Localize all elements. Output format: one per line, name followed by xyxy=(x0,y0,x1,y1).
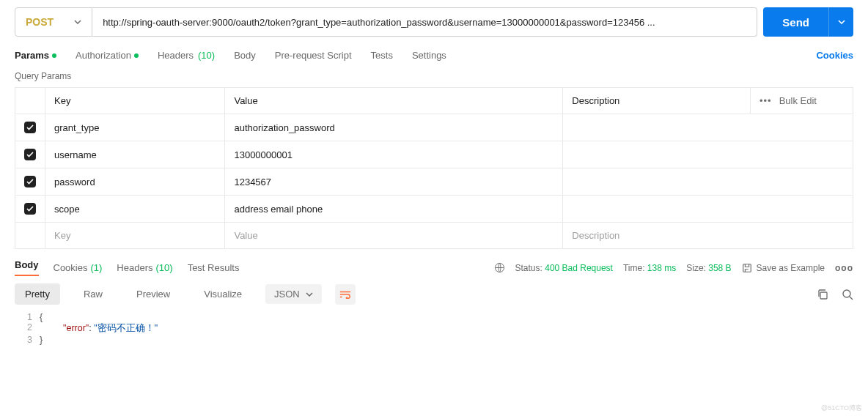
tab-headers[interactable]: Headers(10) xyxy=(158,50,215,61)
resp-tab-body[interactable]: Body xyxy=(15,259,39,276)
view-raw[interactable]: Raw xyxy=(73,283,113,305)
table-row: username 13000000001 xyxy=(15,141,853,168)
response-body[interactable]: 1{ 2"error": "密码不正确！" 3} xyxy=(15,312,853,345)
svg-rect-1 xyxy=(743,264,751,272)
param-desc[interactable] xyxy=(563,168,853,196)
col-desc: Description xyxy=(563,88,751,114)
format-select[interactable]: JSON xyxy=(265,284,322,304)
params-dot-icon xyxy=(52,53,56,58)
table-row: scope address email phone xyxy=(15,196,853,223)
search-icon[interactable] xyxy=(842,289,853,300)
auth-dot-icon xyxy=(134,53,139,58)
param-key-placeholder[interactable]: Key xyxy=(45,223,225,249)
send-button[interactable]: Send xyxy=(763,7,828,37)
col-key: Key xyxy=(45,88,225,114)
view-pretty[interactable]: Pretty xyxy=(15,283,60,305)
more-icon[interactable]: ••• xyxy=(760,95,772,106)
time-label: Time: 138 ms xyxy=(623,263,676,273)
view-preview[interactable]: Preview xyxy=(126,283,180,305)
method-select[interactable]: POST xyxy=(15,7,92,37)
method-label: POST xyxy=(26,16,54,28)
status-label: Status: 400 Bad Request xyxy=(515,263,613,273)
tab-settings[interactable]: Settings xyxy=(412,50,446,61)
param-value[interactable]: 13000000001 xyxy=(225,141,563,168)
svg-point-3 xyxy=(843,290,850,297)
param-value[interactable]: 1234567 xyxy=(225,168,563,196)
send-dropdown[interactable] xyxy=(828,7,853,37)
row-checkbox[interactable] xyxy=(24,122,36,133)
tab-tests[interactable]: Tests xyxy=(371,50,393,61)
watermark: @51CTO博客 xyxy=(821,404,862,413)
save-icon xyxy=(742,263,752,273)
table-row-empty: Key Value Description xyxy=(15,223,853,249)
table-row: password 1234567 xyxy=(15,168,853,196)
tab-authorization[interactable]: Authorization xyxy=(76,50,139,61)
param-desc[interactable] xyxy=(563,196,853,223)
param-value[interactable]: authorization_password xyxy=(225,114,563,141)
wrap-lines-button[interactable] xyxy=(335,284,356,305)
param-desc[interactable] xyxy=(563,114,853,141)
param-value-placeholder[interactable]: Value xyxy=(225,223,563,249)
chevron-down-icon xyxy=(838,20,845,24)
query-params-table: Key Value Description •••Bulk Edit grant… xyxy=(15,87,853,249)
cookies-link[interactable]: Cookies xyxy=(816,50,853,61)
svg-rect-2 xyxy=(820,292,827,299)
resp-more-icon[interactable]: ooo xyxy=(835,263,853,273)
url-input[interactable] xyxy=(92,7,757,37)
param-value[interactable]: address email phone xyxy=(225,196,563,223)
tab-params[interactable]: Params xyxy=(15,50,56,61)
col-value: Value xyxy=(225,88,563,114)
param-key[interactable]: password xyxy=(45,168,225,196)
param-key[interactable]: scope xyxy=(45,196,225,223)
copy-icon[interactable] xyxy=(817,289,828,300)
save-as-example-button[interactable]: Save as Example xyxy=(742,263,825,273)
param-desc-placeholder[interactable]: Description xyxy=(563,223,853,249)
query-params-title: Query Params xyxy=(15,71,853,81)
chevron-down-icon xyxy=(74,20,81,24)
resp-tab-testresults[interactable]: Test Results xyxy=(188,262,240,273)
chevron-down-icon xyxy=(306,292,313,297)
row-checkbox[interactable] xyxy=(24,176,36,187)
row-checkbox[interactable] xyxy=(24,203,36,215)
globe-icon[interactable] xyxy=(494,262,505,273)
tab-body[interactable]: Body xyxy=(234,50,256,61)
size-label: Size: 358 B xyxy=(686,263,731,273)
row-checkbox[interactable] xyxy=(24,149,36,160)
resp-tab-cookies[interactable]: Cookies (1) xyxy=(54,262,103,273)
resp-tab-headers[interactable]: Headers (10) xyxy=(117,262,172,273)
bulk-edit-button[interactable]: Bulk Edit xyxy=(779,95,817,106)
tab-prerequest[interactable]: Pre-request Script xyxy=(275,50,352,61)
table-row: grant_type authorization_password xyxy=(15,114,853,141)
view-visualize[interactable]: Visualize xyxy=(194,283,252,305)
param-key[interactable]: username xyxy=(45,141,225,168)
param-key[interactable]: grant_type xyxy=(45,114,225,141)
param-desc[interactable] xyxy=(563,141,853,168)
